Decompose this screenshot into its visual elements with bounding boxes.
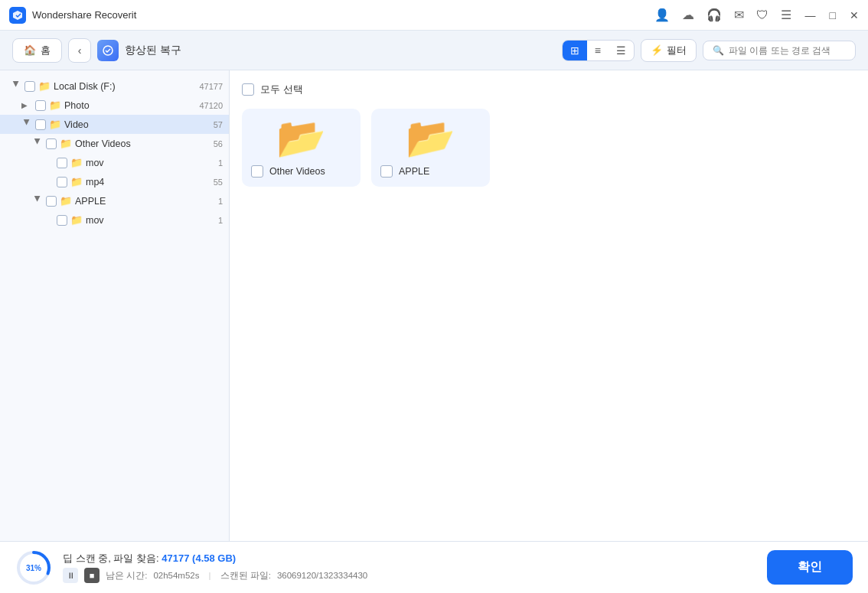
apple-label: APPLE xyxy=(75,196,106,207)
mov1-count: 1 xyxy=(218,158,223,168)
statusbar: 31% 딥 스캔 중, 파일 찾음: 47177 (4.58 GB) ⏸ ■ 남… xyxy=(0,541,868,593)
progress-circle: 31% xyxy=(15,549,52,586)
pause-button[interactable]: ⏸ xyxy=(63,568,78,583)
select-all-checkbox[interactable] xyxy=(242,83,254,96)
file-size: (4.58 GB) xyxy=(192,552,236,564)
video-arrow: ▶ xyxy=(23,119,31,130)
other-videos-count: 56 xyxy=(214,139,223,148)
video-label: Video xyxy=(64,119,89,130)
select-all-label: 모두 선택 xyxy=(260,83,303,96)
other-videos-folder-icon: 📁 xyxy=(60,138,72,149)
mp4-label: mp4 xyxy=(86,177,104,187)
list-view-button1[interactable]: ≡ xyxy=(587,41,609,60)
view-toggle: ⊞ ≡ ☰ xyxy=(562,40,635,61)
folder-big-icon-apple: 📂 xyxy=(406,118,455,158)
sidebar-item-apple[interactable]: ▶ 📁 APPLE 1 xyxy=(0,191,229,210)
remaining-time: 02h54m52s xyxy=(153,571,199,580)
close-button[interactable]: ✕ xyxy=(850,9,859,21)
list-icon[interactable]: ☰ xyxy=(781,8,791,22)
grid-item-other-videos[interactable]: 📂 Other Videos xyxy=(242,109,361,187)
search-box[interactable]: 🔍 xyxy=(703,41,856,60)
photo-arrow: ▶ xyxy=(21,101,32,109)
other-videos-grid-label: Other Videos xyxy=(269,166,325,177)
status-main-text: 딥 스캔 중, 파일 찾음: 47177 (4.58 GB) xyxy=(63,552,367,565)
shield-icon[interactable]: 🛡 xyxy=(756,8,768,22)
titlebar-left: Wondershare Recoverit xyxy=(9,7,136,24)
list-view-button2[interactable]: ☰ xyxy=(609,41,634,60)
back-button[interactable]: ‹ xyxy=(68,38,91,63)
app-title: Wondershare Recoverit xyxy=(32,9,136,21)
apple-grid-label: APPLE xyxy=(399,166,429,177)
back-icon: ‹ xyxy=(78,44,82,57)
toolbar-left: 🏠 홈 ‹ 향상된 복구 xyxy=(12,38,181,63)
stop-button[interactable]: ■ xyxy=(84,568,100,583)
local-disk-count: 47177 xyxy=(199,82,223,91)
apple-arrow: ▶ xyxy=(34,196,42,207)
file-count: 47177 xyxy=(162,552,189,564)
search-input[interactable] xyxy=(729,45,844,56)
home-button[interactable]: 🏠 홈 xyxy=(12,38,62,63)
grid-item-bottom-other-videos: Other Videos xyxy=(251,165,351,178)
photo-folder-icon: 📁 xyxy=(49,99,61,111)
toolbar-right: ⊞ ≡ ☰ ⚡ 필터 🔍 xyxy=(562,39,856,62)
mail-icon[interactable]: ✉ xyxy=(734,8,744,22)
sidebar-item-video[interactable]: ▶ 📁 Video 57 xyxy=(0,115,229,134)
filter-button[interactable]: ⚡ 필터 xyxy=(641,39,697,62)
sidebar-item-mov2[interactable]: 📁 mov 1 xyxy=(0,210,229,230)
titlebar: Wondershare Recoverit 👤 ☁ 🎧 ✉ 🛡 ☰ — □ ✕ xyxy=(0,0,868,31)
main-area: ▶ 📁 Local Disk (F:) 47177 ▶ 📁 Photo 4712… xyxy=(0,70,868,541)
toolbar: 🏠 홈 ‹ 향상된 복구 ⊞ ≡ ☰ ⚡ 필터 🔍 xyxy=(0,31,868,70)
filter-label: 필터 xyxy=(667,44,687,57)
photo-count: 47120 xyxy=(199,101,223,110)
home-icon: 🏠 xyxy=(24,44,36,56)
progress-text: 31% xyxy=(26,563,41,572)
other-videos-checkbox[interactable] xyxy=(46,138,57,149)
other-videos-arrow: ▶ xyxy=(34,138,42,149)
app-icon xyxy=(9,7,26,24)
user-icon[interactable]: 👤 xyxy=(654,8,670,22)
local-disk-checkbox[interactable] xyxy=(24,81,35,92)
apple-checkbox[interactable] xyxy=(46,196,57,207)
titlebar-controls: 👤 ☁ 🎧 ✉ 🛡 ☰ — □ ✕ xyxy=(654,8,859,22)
grid-view-button[interactable]: ⊞ xyxy=(563,41,587,60)
video-checkbox[interactable] xyxy=(35,119,46,130)
mov1-folder-icon: 📁 xyxy=(70,157,83,168)
sidebar-item-mov1[interactable]: 📁 mov 1 xyxy=(0,153,229,172)
enhanced-icon xyxy=(97,40,119,61)
cloud-icon[interactable]: ☁ xyxy=(682,8,694,22)
apple-count: 1 xyxy=(218,197,223,206)
other-videos-label: Other Videos xyxy=(75,138,131,149)
mov1-checkbox[interactable] xyxy=(57,158,67,168)
sidebar-item-photo[interactable]: ▶ 📁 Photo 47120 xyxy=(0,96,229,115)
apple-grid-checkbox[interactable] xyxy=(380,165,393,178)
photo-checkbox[interactable] xyxy=(35,100,46,111)
video-count: 57 xyxy=(214,120,223,129)
sidebar-item-other-videos[interactable]: ▶ 📁 Other Videos 56 xyxy=(0,134,229,153)
sidebar-item-mp4[interactable]: 📁 mp4 55 xyxy=(0,172,229,191)
other-videos-grid-checkbox[interactable] xyxy=(251,165,263,178)
maximize-button[interactable]: □ xyxy=(830,9,836,21)
local-disk-label: Local Disk (F:) xyxy=(54,81,116,92)
headset-icon[interactable]: 🎧 xyxy=(706,8,722,22)
sidebar: ▶ 📁 Local Disk (F:) 47177 ▶ 📁 Photo 4712… xyxy=(0,70,230,541)
enhanced-recovery-label: 향상된 복구 xyxy=(97,40,181,61)
mov1-label: mov xyxy=(86,158,104,168)
minimize-button[interactable]: — xyxy=(805,9,816,21)
mov2-count: 1 xyxy=(218,216,223,225)
grid-item-apple[interactable]: 📂 APPLE xyxy=(371,109,490,187)
sidebar-item-local-disk[interactable]: ▶ 📁 Local Disk (F:) 47177 xyxy=(0,77,229,96)
statusbar-left: 31% 딥 스캔 중, 파일 찾음: 47177 (4.58 GB) ⏸ ■ 남… xyxy=(15,549,367,586)
content-grid: 📂 Other Videos 📂 APPLE xyxy=(242,109,856,187)
grid-item-bottom-apple: APPLE xyxy=(380,165,481,178)
mp4-checkbox[interactable] xyxy=(57,177,67,187)
scanned-label: 스캔된 파일: xyxy=(220,570,271,582)
content-area: 모두 선택 📂 Other Videos 📂 APPLE xyxy=(230,70,868,541)
confirm-button[interactable]: 확인 xyxy=(767,550,853,585)
mov2-checkbox[interactable] xyxy=(57,215,67,226)
expand-arrow: ▶ xyxy=(12,81,21,92)
select-all-row: 모두 선택 xyxy=(242,83,856,96)
folder-icon: 📁 xyxy=(38,80,51,92)
search-icon: 🔍 xyxy=(713,45,724,56)
status-info: 딥 스캔 중, 파일 찾음: 47177 (4.58 GB) ⏸ ■ 남은 시간… xyxy=(63,552,367,583)
status-sub-text: ⏸ ■ 남은 시간: 02h54m52s | 스캔된 파일: 36069120/… xyxy=(63,568,367,583)
